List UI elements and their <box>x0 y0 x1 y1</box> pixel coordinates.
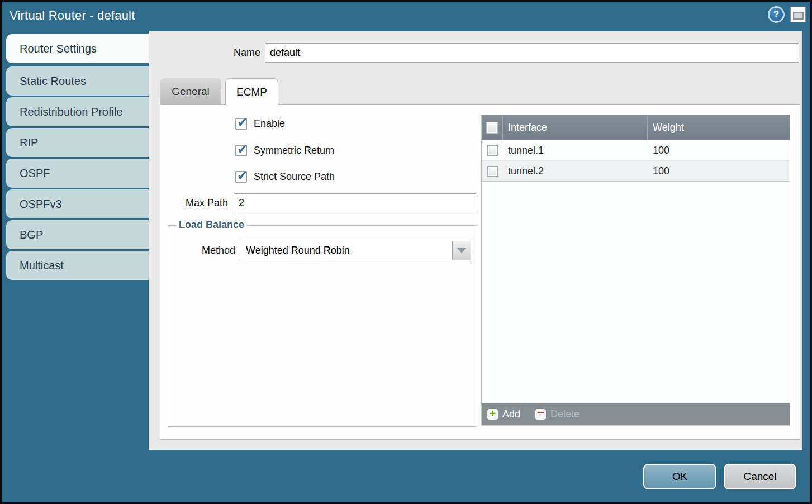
row-checkbox[interactable] <box>487 145 498 156</box>
sidebar-item-label: RIP <box>20 136 38 149</box>
select-all-checkbox[interactable] <box>486 122 498 134</box>
column-header-weight: Weight <box>648 115 790 140</box>
cancel-button[interactable]: Cancel <box>724 464 796 489</box>
sidebar-item-label: Redistribution Profile <box>20 106 123 118</box>
table-row[interactable]: tunnel.2 100 <box>482 161 790 182</box>
row-checkbox-cell <box>482 166 503 177</box>
method-dropdown[interactable]: Weighted Round Robin <box>241 241 471 260</box>
load-balance-legend: Load Balance <box>176 219 247 231</box>
sidebar-item-label: Multicast <box>20 259 64 272</box>
sidebar-item-label: OSPFv3 <box>20 198 62 210</box>
tab-ecmp[interactable]: ECMP <box>225 78 278 105</box>
dialog-title: Virtual Router - default <box>10 8 135 23</box>
weight-cell: 100 <box>648 165 790 177</box>
ok-button[interactable]: OK <box>643 464 716 489</box>
max-path-label: Max Path <box>160 193 228 212</box>
enable-label: Enable <box>254 118 285 130</box>
name-input[interactable] <box>265 43 799 63</box>
method-dropdown-button[interactable] <box>452 241 471 260</box>
strict-source-path-label: Strict Source Path <box>254 171 335 183</box>
row-checkbox-cell <box>482 145 503 156</box>
minus-icon <box>535 408 547 420</box>
sidebar-item-rip[interactable]: RIP <box>6 128 149 157</box>
row-checkbox[interactable] <box>487 166 498 177</box>
symmetric-return-row: Symmetric Return <box>235 144 334 157</box>
dialog-content: Name General ECMP Enable Symmetric Retur… <box>149 31 802 450</box>
load-balance-group: Load Balance Method Weighted Round Robin <box>168 225 477 427</box>
sidebar-item-label: Router Settings <box>20 42 97 55</box>
enable-checkbox[interactable] <box>235 118 247 130</box>
table-header-row: Interface Weight <box>482 115 790 140</box>
method-label: Method <box>168 241 235 260</box>
ecmp-tab-panel: Enable Symmetric Return Strict Source Pa… <box>160 104 800 440</box>
popout-window-icon[interactable] <box>790 7 806 22</box>
chevron-down-icon <box>457 248 466 253</box>
virtual-router-dialog: Virtual Router - default ? Router Settin… <box>0 0 812 504</box>
add-button[interactable]: Add <box>487 408 520 420</box>
sidebar-item-bgp[interactable]: BGP <box>6 220 149 249</box>
interface-cell: tunnel.2 <box>503 165 648 177</box>
tab-general[interactable]: General <box>160 78 221 104</box>
help-icon[interactable]: ? <box>768 6 785 23</box>
sidebar-item-static-routes[interactable]: Static Routes <box>6 66 149 96</box>
ecmp-interface-table: Interface Weight tunnel.1 100 tunnel.2 1… <box>481 115 790 426</box>
table-toolbar: Add Delete <box>482 403 790 425</box>
sidebar-item-label: OSPF <box>20 167 50 179</box>
table-header-checkbox-cell <box>482 115 503 140</box>
symmetric-return-label: Symmetric Return <box>254 145 334 156</box>
name-label: Name <box>149 43 260 63</box>
table-row[interactable]: tunnel.1 100 <box>482 140 790 161</box>
max-path-input[interactable] <box>234 193 476 212</box>
strict-source-path-checkbox[interactable] <box>235 171 247 183</box>
sidebar-item-ospf[interactable]: OSPF <box>6 159 149 188</box>
symmetric-return-checkbox[interactable] <box>235 145 247 156</box>
plus-icon <box>487 408 498 420</box>
delete-button[interactable]: Delete <box>535 408 580 420</box>
weight-cell: 100 <box>648 145 790 156</box>
delete-button-label: Delete <box>550 408 580 420</box>
column-header-interface: Interface <box>503 115 648 140</box>
strict-source-path-row: Strict Source Path <box>235 170 335 183</box>
sidebar-item-ospfv3[interactable]: OSPFv3 <box>6 189 149 218</box>
popout-window-pane <box>793 12 804 20</box>
sidebar-item-router-settings[interactable]: Router Settings <box>6 34 149 63</box>
add-button-label: Add <box>502 408 520 420</box>
sidebar-item-multicast[interactable]: Multicast <box>6 251 149 280</box>
enable-row: Enable <box>235 117 285 130</box>
sidebar-item-redistribution-profile[interactable]: Redistribution Profile <box>6 97 149 126</box>
method-dropdown-value: Weighted Round Robin <box>246 241 350 260</box>
sidebar-item-label: BGP <box>20 229 43 241</box>
sidebar-item-label: Static Routes <box>20 75 86 87</box>
interface-cell: tunnel.1 <box>503 145 648 156</box>
